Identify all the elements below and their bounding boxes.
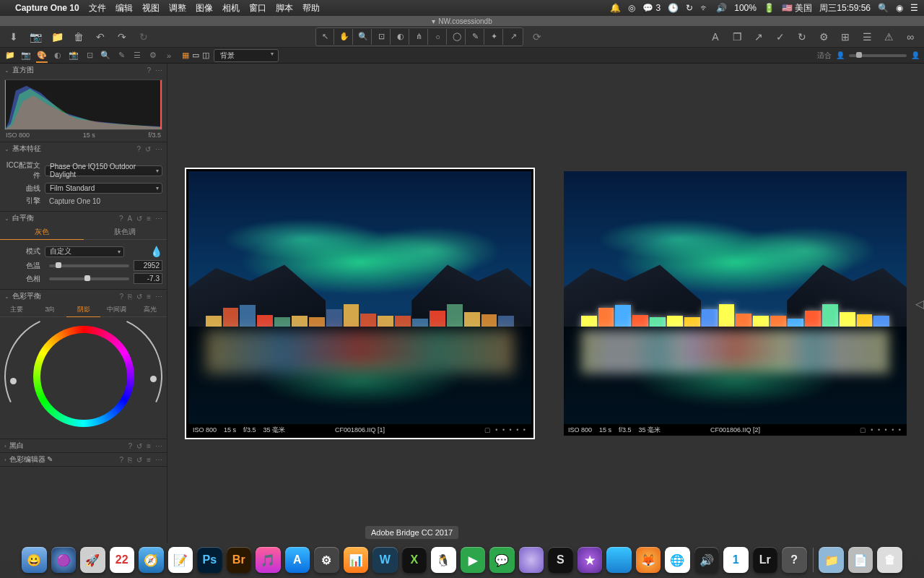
- status-cc-icon[interactable]: ◎: [628, 3, 635, 13]
- dock-app[interactable]: 💬: [489, 547, 515, 573]
- dock-app[interactable]: Br: [227, 547, 252, 573]
- variant-select[interactable]: 背景: [214, 49, 279, 62]
- menu-adjust[interactable]: 调整: [169, 2, 186, 14]
- menu-image[interactable]: 图像: [196, 2, 213, 14]
- export-icon[interactable]: ↗: [752, 30, 765, 43]
- tab-metadata-icon[interactable]: ☰: [131, 50, 143, 61]
- image-variant[interactable]: ISO 80015 sf/3.535 毫米CF001806.IIQ [1]▢ •…: [185, 168, 535, 439]
- tab-lens-icon[interactable]: 📸: [68, 50, 79, 61]
- menu-icon[interactable]: ⋯: [155, 66, 162, 74]
- dock-app[interactable]: 📊: [344, 547, 369, 573]
- icc-select[interactable]: Phase One IQ150 Outdoor Daylight: [45, 165, 162, 176]
- tab-output-icon[interactable]: ⚙: [147, 50, 159, 61]
- dock-app[interactable]: 📁: [819, 547, 844, 573]
- dock-app[interactable]: X: [402, 547, 427, 573]
- wb-tab-grey[interactable]: 灰色: [0, 225, 84, 240]
- dock-app[interactable]: ★: [578, 547, 603, 573]
- dock-app[interactable]: ?: [782, 547, 807, 573]
- copy-icon[interactable]: ⎘: [128, 456, 132, 464]
- dock-app[interactable]: ▶: [461, 547, 486, 573]
- wb-tint-slider[interactable]: [49, 277, 129, 280]
- chevron-down-icon[interactable]: ⌄: [4, 67, 9, 74]
- reset-icon[interactable]: ↺: [136, 215, 142, 223]
- infinity-icon[interactable]: ∞: [904, 30, 917, 43]
- image-variant[interactable]: ISO 80015 sf/3.535 毫米CF001806.IIQ [2]▢ •…: [564, 171, 907, 436]
- dock-app[interactable]: Lr: [753, 547, 778, 573]
- dock-app[interactable]: [606, 547, 632, 573]
- dock-app[interactable]: 🦊: [636, 547, 661, 573]
- dock-app[interactable]: ⚙: [314, 547, 339, 573]
- wb-temp-slider[interactable]: [49, 264, 129, 267]
- reset-icon[interactable]: ↺: [145, 145, 151, 153]
- reset-icon[interactable]: ↺: [136, 456, 142, 464]
- grid-icon[interactable]: ⊞: [839, 30, 852, 43]
- tab-crop-icon[interactable]: ⊡: [84, 50, 95, 61]
- preset-icon[interactable]: ≡: [147, 293, 151, 301]
- text-overlay-icon[interactable]: A: [709, 30, 722, 43]
- menu-file[interactable]: 文件: [89, 2, 106, 14]
- hand-tool-icon[interactable]: ✋: [336, 29, 353, 45]
- loupe-tool-icon[interactable]: 🔍: [354, 29, 372, 45]
- menu-edit[interactable]: 编辑: [116, 2, 133, 14]
- reset-icon[interactable]: ↺: [136, 442, 142, 450]
- spot-tool-icon[interactable]: ○: [430, 29, 447, 45]
- chevron-right-icon[interactable]: ›: [4, 443, 6, 449]
- check-icon[interactable]: ✓: [774, 30, 787, 43]
- app-name[interactable]: Capture One 10: [15, 3, 79, 13]
- help-icon[interactable]: ?: [120, 293, 124, 301]
- tab-adjust-icon[interactable]: ✎: [116, 50, 127, 61]
- dock-app[interactable]: [519, 547, 544, 573]
- dock-app[interactable]: 🔊: [694, 547, 720, 573]
- reset-icon[interactable]: ↺: [136, 293, 142, 301]
- wb-mode-select[interactable]: 自定义: [45, 246, 124, 257]
- tab-exposure-icon[interactable]: ◐: [52, 50, 64, 61]
- import-icon[interactable]: ⬇: [7, 30, 20, 43]
- tab-color-icon[interactable]: 🎨: [36, 51, 48, 63]
- chevron-down-icon[interactable]: ⌄: [4, 146, 9, 152]
- copy-icon[interactable]: ⎘: [128, 293, 132, 301]
- chevron-down-icon[interactable]: ⌄: [4, 293, 9, 300]
- dock-app[interactable]: 22: [110, 547, 135, 573]
- warning-icon[interactable]: ⚠: [882, 30, 895, 43]
- help-icon[interactable]: ?: [136, 145, 141, 153]
- help-icon[interactable]: ?: [119, 215, 123, 223]
- status-wechat-icon[interactable]: 💬 3: [642, 3, 661, 13]
- siri-icon[interactable]: ◉: [896, 3, 903, 13]
- heal-tool-icon[interactable]: ✦: [486, 29, 503, 45]
- wb-tint-value[interactable]: -7.3: [134, 273, 162, 284]
- status-sync-icon[interactable]: ↻: [686, 3, 693, 13]
- straighten-tool-icon[interactable]: ◐: [392, 29, 409, 45]
- help-icon[interactable]: ?: [128, 442, 133, 450]
- view-grid-icon[interactable]: ▦: [182, 51, 189, 60]
- view-split-icon[interactable]: ◫: [202, 51, 209, 60]
- menu-script[interactable]: 脚本: [276, 2, 293, 14]
- preset-icon[interactable]: ≡: [147, 215, 151, 223]
- mask-erase-tool-icon[interactable]: ✎: [467, 29, 484, 45]
- status-datetime[interactable]: 周三15:59:56: [819, 2, 871, 14]
- chevron-down-icon[interactable]: ⌄: [4, 215, 9, 222]
- dock-app[interactable]: 📝: [168, 547, 193, 573]
- cb-tab-4[interactable]: 高光: [134, 303, 167, 317]
- mask-draw-tool-icon[interactable]: ◯: [448, 29, 466, 45]
- menu-help[interactable]: 帮助: [302, 2, 320, 14]
- dock-app[interactable]: S: [548, 547, 573, 573]
- status-volume-icon[interactable]: 🔊: [716, 3, 727, 13]
- camera-icon[interactable]: 📷: [29, 30, 42, 43]
- status-input-flag[interactable]: 🇺🇸 美国: [782, 2, 812, 14]
- eyedropper-icon[interactable]: 💧: [149, 245, 162, 258]
- menu-icon[interactable]: ⋯: [155, 215, 162, 223]
- view-single-icon[interactable]: ▭: [192, 51, 199, 60]
- tab-library-icon[interactable]: 📁: [4, 50, 16, 61]
- dock-app[interactable]: W: [372, 547, 398, 573]
- cb-tab-0[interactable]: 主要: [0, 303, 33, 317]
- dock-app[interactable]: 😀: [22, 547, 47, 573]
- notification-center-icon[interactable]: ☰: [910, 3, 918, 13]
- dock-app[interactable]: Ps: [197, 547, 222, 573]
- gear-icon[interactable]: ⚙: [817, 30, 830, 43]
- status-bell-icon[interactable]: 🔔: [610, 3, 621, 13]
- overlay-icon[interactable]: ❐: [731, 30, 744, 43]
- status-battery[interactable]: 100%: [734, 3, 757, 13]
- folder-icon[interactable]: 📁: [51, 30, 64, 43]
- dock-app[interactable]: 🗑: [877, 547, 902, 573]
- tab-more-icon[interactable]: »: [163, 50, 175, 61]
